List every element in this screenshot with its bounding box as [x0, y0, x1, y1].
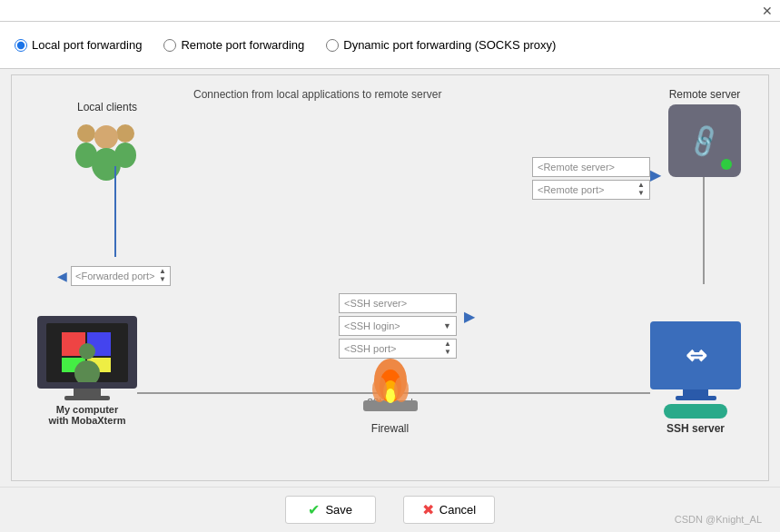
- remote-server-label: Remote server: [669, 88, 741, 101]
- remote-server-box: 🔗: [668, 104, 741, 177]
- remote-fields-group: <Remote server> <Remote port> ▲ ▼: [532, 157, 650, 200]
- svg-point-17: [372, 377, 387, 402]
- ssh-server-label: SSH server: [666, 422, 725, 435]
- ssh-arrows-icon: ⇔: [686, 340, 706, 370]
- spin-down-icon[interactable]: ▼: [159, 276, 166, 284]
- save-icon: ✔: [308, 501, 320, 518]
- ssh-server-input-label: <SSH server>: [344, 298, 407, 309]
- close-button[interactable]: ✕: [762, 5, 773, 17]
- remote-server-field[interactable]: <Remote server>: [532, 157, 650, 177]
- svg-point-11: [74, 360, 100, 382]
- remote-port-field-label: <Remote port>: [538, 184, 604, 195]
- ssh-monitor-stand: [683, 389, 708, 396]
- svg-point-0: [77, 124, 95, 143]
- svg-point-5: [92, 148, 121, 181]
- firewall-label: Firewall: [371, 422, 409, 435]
- remote-server-group: Remote server 🔗: [668, 88, 741, 177]
- my-computer-monitor: [37, 316, 137, 389]
- save-button[interactable]: ✔ Save: [285, 496, 376, 524]
- ssh-port-spinner[interactable]: ▲ ▼: [444, 340, 451, 357]
- footer: ✔ Save ✖ Cancel CSDN @Knight_AL: [0, 487, 780, 532]
- svg-point-4: [94, 125, 118, 149]
- svg-point-18: [394, 377, 409, 402]
- radio-remote[interactable]: Remote port forwarding: [163, 38, 304, 52]
- server-link-icon: 🔗: [685, 122, 724, 161]
- remote-port-spin-down[interactable]: ▼: [637, 190, 645, 198]
- local-clients-group: Local clients: [66, 101, 148, 181]
- radio-dynamic[interactable]: Dynamic port forwarding (SOCKS proxy): [326, 38, 556, 52]
- ssh-login-select-label: <SSH login>: [344, 320, 400, 331]
- svg-point-10: [79, 343, 95, 360]
- forwarded-port-arrow-icon: ◀: [57, 269, 67, 283]
- radio-bar: Local port forwarding Remote port forwar…: [0, 22, 780, 69]
- ssh-server-group: ⇔ SSH server: [650, 321, 741, 435]
- remote-server-field-label: <Remote server>: [538, 162, 615, 172]
- diagram-area: Connection from local applications to re…: [11, 74, 769, 481]
- remote-server-arrow-icon: ▶: [650, 166, 661, 183]
- radio-dynamic-input[interactable]: [326, 39, 339, 52]
- radio-local-input[interactable]: [15, 39, 27, 52]
- computer-person-icon: [67, 342, 107, 382]
- firewall-group: Firewall: [354, 346, 427, 435]
- cancel-button[interactable]: ✖ Cancel: [403, 496, 495, 524]
- cancel-icon: ✖: [422, 501, 434, 518]
- people-icon: [66, 117, 148, 181]
- radio-remote-label: Remote port forwarding: [181, 38, 304, 52]
- remote-port-field[interactable]: <Remote port> ▲ ▼: [532, 180, 650, 200]
- watermark: CSDN @Knight_AL: [675, 514, 762, 525]
- server-active-dot: [721, 159, 732, 170]
- radio-local[interactable]: Local port forwarding: [15, 38, 142, 52]
- monitor-stand: [74, 389, 101, 396]
- forwarded-port-placeholder: <Forwarded port>: [75, 271, 154, 281]
- radio-local-label: Local port forwarding: [32, 38, 142, 52]
- svg-point-2: [116, 124, 134, 143]
- ssh-login-select[interactable]: <SSH login> ▼: [339, 316, 457, 336]
- connection-label: Connection from local applications to re…: [193, 88, 441, 101]
- monitor-screen: [46, 323, 128, 382]
- save-label: Save: [325, 503, 352, 517]
- chevron-down-icon: ▼: [443, 321, 451, 330]
- ssh-port-input[interactable]: <SSH port> ▲ ▼: [339, 339, 457, 359]
- forwarded-port-spinner[interactable]: ▲ ▼: [159, 268, 166, 284]
- ssh-bar: [664, 404, 727, 419]
- cancel-label: Cancel: [439, 503, 476, 517]
- radio-remote-input[interactable]: [163, 39, 176, 52]
- remote-port-spinner[interactable]: ▲ ▼: [637, 182, 645, 198]
- ssh-server-monitor: ⇔: [650, 321, 741, 389]
- svg-point-16: [386, 389, 395, 403]
- forwarded-port-group: ◀ <Forwarded port> ▲ ▼: [57, 266, 171, 286]
- ssh-port-spin-down[interactable]: ▼: [444, 349, 451, 357]
- monitor-base: [64, 396, 110, 400]
- my-computer-label: My computerwith MobaXterm: [49, 404, 126, 426]
- ssh-monitor-base: [676, 396, 716, 400]
- clients-vertical-line: [114, 166, 116, 257]
- ssh-remote-vertical-line: [703, 166, 705, 284]
- title-bar: ✕: [0, 0, 780, 22]
- ssh-server-input[interactable]: <SSH server>: [339, 293, 457, 313]
- my-computer-group: My computerwith MobaXterm: [37, 316, 137, 426]
- ssh-form-group: <SSH server> <SSH login> ▼ <SSH port> ▲ …: [339, 293, 457, 359]
- local-clients-label: Local clients: [77, 101, 137, 113]
- ssh-port-input-label: <SSH port>: [344, 343, 396, 354]
- forwarded-port-input[interactable]: <Forwarded port> ▲ ▼: [71, 266, 171, 286]
- ssh-server-arrow-icon: ▶: [464, 308, 475, 325]
- radio-dynamic-label: Dynamic port forwarding (SOCKS proxy): [343, 38, 556, 52]
